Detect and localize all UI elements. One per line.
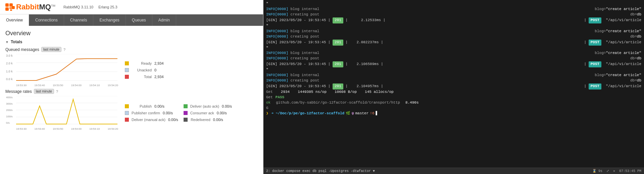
nav-connections[interactable]: Connections [29,14,64,26]
time-range-badge[interactable]: last minute [41,47,61,52]
totals-section-header[interactable]: ▼ Totals [5,40,258,44]
legend-deliver-manual: Deliver (manual ack) 0.00/s [125,118,178,122]
terminal-line: INFO[0008] creating postdb=db [266,56,641,61]
legend-deliver-auto: Deliver (auto ack) 0.00/s [184,104,232,108]
prompt-psi: ψ [352,111,354,116]
legend-consumer-ack-value: 0.00/s [217,111,227,115]
terminal-line: INFO[0008] blog internalblog="create art… [266,51,641,56]
legend-publisher-confirm-label: Publisher confirm [132,111,160,115]
resize-icon[interactable]: ⤢ [606,169,609,173]
legend-unacked-color [125,68,129,72]
rmq-content: Overview ▼ Totals Queued messages last m… [0,26,263,174]
legend-deliver-manual-value: 0.00/s [168,118,178,122]
prompt-path: ~/Doc/p/pe/go-12factor-scaffold [276,111,344,116]
terminal-panel: " INFO[0008] blog internalblog="create a… [263,0,644,174]
rabbitmq-logo-icon [5,3,15,11]
svg-rect-5 [10,9,12,11]
legend-publisher-confirm-color [125,111,129,115]
queued-messages-header: Queued messages last minute ? [5,47,258,52]
terminal-bench-line: Get 2934 1449305 ns/op 10608 B/op 145 al… [266,90,641,95]
rmq-header: RabbitMQTM RabbitMQ 3.11.10 Erlang 25.3 [0,0,263,14]
legend-total-label: Total [132,75,152,79]
nav-channels[interactable]: Channels [64,14,94,26]
queued-messages-chart: 3.0 k 2.0 k 1.0 k 0.0 k 1 [5,53,119,87]
chart1-y-labels: 3.0 k 2.0 k 1.0 k 0.0 k [5,53,15,81]
terminal-prompt-line: ❯ ➜ ~/Doc/p/pe/go-12factor-scaffold 🌿 ψ … [266,111,641,116]
prompt-icon: ➜ [269,111,276,116]
rmq-nav: Overview Connections Channels Exchanges … [0,14,263,26]
terminal-line: INFO[0008] creating postdb=db [266,34,641,40]
legend-redelivered-value: 0.00/s [213,118,223,122]
terminal-line: " [266,1,641,7]
legend-consumer-ack-label: Consumer ack [190,111,214,115]
terminal-line: INFO[0008] blog internalblog="create art… [266,29,641,34]
terminal-gin-line: [GIN] 2023/05/20 - 19:53:45 | 201 | 2.10… [266,83,641,90]
chart2-legend-left: Publish 0.00/s Publisher confirm 0.00/s … [125,104,178,122]
legend-consumer-ack-color [184,111,188,115]
terminal-line: INFO[0008] blog internalblog="create art… [266,7,641,12]
legend-deliver-auto-color [184,104,188,108]
legend-ready: Ready 2,934 [125,61,165,65]
tab-dropdown[interactable]: ▼ [373,169,375,173]
prompt-symbol: ❯ [266,111,268,116]
tab-label: 2: docker compose exec db psql -Upostgre… [266,169,371,173]
legend-ready-value: 2,934 [154,61,164,65]
legend-publisher-confirm: Publisher confirm 0.00/s [125,111,178,115]
legend-unacked: Unacked 0 [125,68,165,72]
chart1-x-labels: 19:53:30 19:53:40 19:53:50 19:54:00 19:5… [16,84,118,87]
terminal-line: " [266,46,641,51]
legend-consumer-ack: Consumer ack 0.00/s [184,111,232,115]
page-title: Overview [5,30,258,37]
chart1-svg [16,54,117,81]
prompt-cursor: ▋ [376,111,378,116]
legend-deliver-manual-color [125,118,129,122]
terminal-status-right: ⌛ 9s ⤢ ✕ 07:53:45 PM [592,169,641,173]
close-icon[interactable]: ✕ [613,169,615,173]
terminal-line: INFO[0008] blog internalblog="create art… [266,73,641,78]
chart1-legend: Ready 2,934 Unacked 0 Total 2,934 [125,61,165,79]
terminal-content[interactable]: " INFO[0008] blog internalblog="create a… [263,0,644,168]
legend-publish-label: Publish [132,104,152,108]
prompt-changes: !6 [370,111,374,116]
terminal-get-line: G [266,106,641,111]
nav-admin[interactable]: Admin [152,14,176,26]
svg-rect-0 [5,3,9,7]
queued-messages-label: Queued messages [5,47,39,52]
nav-overview[interactable]: Overview [0,14,29,26]
message-rates-label: Message rates [5,89,32,94]
svg-rect-2 [5,7,9,11]
legend-deliver-auto-value: 0.00/s [222,104,232,108]
chart2-legend-right: Deliver (auto ack) 0.00/s Consumer ack 0… [184,104,232,122]
terminal-line: INFO[0008] creating postdb=db [266,78,641,83]
terminal-line: " [266,67,641,73]
rmq-version-info: RabbitMQ 3.11.10 Erlang 25.3 [63,5,121,9]
legend-ready-label: Ready [132,61,152,65]
legend-ready-color [125,61,129,65]
legend-publish-color [125,104,129,108]
erlang-version: Erlang 25.3 [98,5,117,9]
legend-redelivered: Redelivered 0.00/s [184,118,232,122]
legend-total-color [125,75,129,79]
terminal-ok-line: ok github.com/by-sabbir/go-12factor-scaf… [266,100,641,106]
totals-arrow: ▼ [5,40,9,44]
nav-exchanges[interactable]: Exchanges [93,14,126,26]
rmq-version: RabbitMQ 3.11.10 [63,5,93,9]
nav-queues[interactable]: Queues [126,14,152,26]
legend-unacked-label: Unacked [132,68,152,72]
message-rates-help-icon[interactable]: ? [56,90,58,94]
rmq-logo: RabbitMQTM [5,3,55,11]
message-rates-badge[interactable]: last minute [34,89,54,94]
queued-messages-help-icon[interactable]: ? [63,48,65,52]
chart2-svg [16,96,117,124]
terminal-timer: ⌛ 9s [592,169,602,173]
terminal-tab[interactable]: 2: docker compose exec db psql -Upostgre… [266,169,375,173]
terminal-gin-line: [GIN] 2023/05/20 - 19:53:45 | 201 | 2.08… [266,40,641,46]
rabbitmq-panel: RabbitMQTM RabbitMQ 3.11.10 Erlang 25.3 … [0,0,263,174]
legend-publisher-confirm-value: 0.00/s [163,111,173,115]
terminal-line: " [266,23,641,29]
chart2-x-labels: 19:53:30 19:53:40 19:53:50 19:54:00 19:5… [16,127,118,130]
message-rates-header: Message rates last minute ? [5,89,258,94]
terminal-status-bar: 2: docker compose exec db psql -Upostgre… [263,168,644,174]
legend-total: Total 2,934 [125,75,165,79]
rmq-logo-text: RabbitMQTM [16,3,55,11]
